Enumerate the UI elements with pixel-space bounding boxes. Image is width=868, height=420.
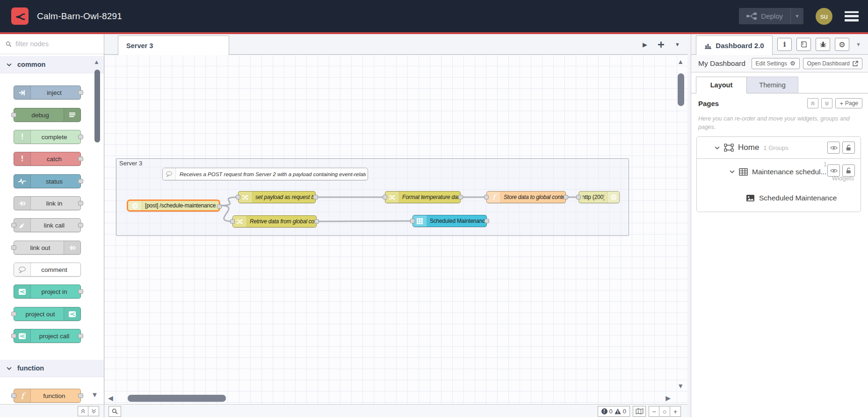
canvas-vertical-scrollbar[interactable] <box>678 73 684 106</box>
chevron-down-icon[interactable] <box>715 146 720 149</box>
output-port[interactable] <box>78 179 83 184</box>
search-flows-button[interactable] <box>108 406 121 417</box>
notifications-toggle[interactable]: ! 0 0 <box>598 406 630 417</box>
config-tab-button[interactable]: ⚙ <box>835 38 849 51</box>
tree-row-group-maintenance[interactable]: Maintenance schedul... 1 Widgets <box>697 159 861 185</box>
output-port[interactable] <box>314 219 319 224</box>
add-flow-button[interactable] <box>658 41 665 48</box>
canvas-scroll-up-arrow[interactable]: ▲ <box>677 58 684 65</box>
palette-filter-input[interactable] <box>15 40 86 48</box>
tab-layout[interactable]: Layout <box>696 77 747 93</box>
change-node-retrive-data[interactable]: Retrive data from global context <box>232 215 317 228</box>
comment-node[interactable]: Receives a POST request from Server 2 wi… <box>162 168 368 180</box>
palette-node-link-out[interactable]: link out <box>14 241 81 255</box>
change-node-format-temperature[interactable]: Format temperature data. <box>385 191 461 203</box>
canvas-scroll-down-arrow[interactable]: ▼ <box>677 383 684 389</box>
palette-node-project-out[interactable]: project out <box>14 307 81 321</box>
main-menu-button[interactable] <box>845 11 859 21</box>
navigator-toggle-button[interactable] <box>633 406 646 417</box>
palette-scrollbar[interactable] <box>94 70 100 142</box>
palette-filter[interactable] <box>0 34 104 54</box>
open-dashboard-button[interactable]: Open Dashboard <box>803 58 862 69</box>
collapse-all-categories-button[interactable] <box>78 406 88 416</box>
output-port[interactable] <box>78 334 83 338</box>
sidebar-resize-handle[interactable] <box>687 34 691 417</box>
input-port[interactable] <box>484 195 489 199</box>
input-port[interactable] <box>11 334 16 338</box>
expand-all-categories-button[interactable] <box>88 406 99 416</box>
palette-node-project-call[interactable]: project call <box>14 329 81 343</box>
tab-theming[interactable]: Theming <box>747 77 798 93</box>
palette-category-function[interactable]: function <box>0 360 104 377</box>
input-port[interactable] <box>11 312 16 316</box>
palette-node-catch[interactable]: ! catch <box>14 152 81 166</box>
zoom-reset-button[interactable]: ○ <box>659 406 670 417</box>
output-port[interactable] <box>458 195 463 199</box>
output-port[interactable] <box>564 195 568 199</box>
change-node-set-payload[interactable]: set payload as request body <box>238 191 316 203</box>
input-port[interactable] <box>236 195 240 199</box>
palette-node-comment[interactable]: comment <box>14 263 81 277</box>
output-port[interactable] <box>485 219 489 223</box>
palette-node-project-in[interactable]: project in <box>14 285 81 299</box>
zoom-out-button[interactable]: − <box>649 406 659 417</box>
input-port[interactable] <box>11 393 16 398</box>
tree-row-page-home[interactable]: Home 1 Groups <box>697 137 861 159</box>
palette-node-debug[interactable]: debug <box>14 108 81 122</box>
tab-menu-caret[interactable]: ▼ <box>675 42 680 47</box>
output-port[interactable] <box>78 223 83 228</box>
unlock-toggle-button[interactable] <box>842 164 855 177</box>
palette-node-inject[interactable]: inject <box>14 85 81 100</box>
flow-canvas[interactable]: Server 3 Receives a POST request from Se… <box>104 55 687 404</box>
tree-row-widget-scheduled-maintenance[interactable]: Scheduled Maintenance <box>697 185 861 212</box>
flow-tab-server-3[interactable]: Server 3 <box>118 36 229 55</box>
info-tab-button[interactable]: i <box>777 38 792 51</box>
sidebar-tab-dashboard[interactable]: Dashboard 2.0 <box>696 36 773 55</box>
http-in-node[interactable]: [post] /schedule-maintenance <box>127 199 220 212</box>
canvas-horizontal-scrollbar[interactable] <box>128 395 226 402</box>
deploy-options-caret[interactable]: ▼ <box>790 8 803 24</box>
output-port[interactable] <box>78 393 83 398</box>
input-port[interactable] <box>410 219 415 223</box>
input-port[interactable] <box>11 113 16 117</box>
palette-scroll-down-arrow[interactable]: ▼ <box>91 391 98 399</box>
collapse-all-button[interactable] <box>807 98 818 108</box>
input-port[interactable] <box>576 195 581 199</box>
palette-node-status[interactable]: status <box>14 174 81 188</box>
output-port[interactable] <box>78 135 83 139</box>
output-port[interactable] <box>217 204 222 209</box>
help-tab-button[interactable] <box>796 38 811 51</box>
palette-node-complete[interactable]: ! complete <box>14 130 81 144</box>
user-avatar[interactable]: su <box>816 8 832 25</box>
palette-node-link-in[interactable]: link in <box>14 196 81 210</box>
input-port[interactable] <box>230 219 235 224</box>
output-port[interactable] <box>78 201 83 206</box>
palette-node-link-call[interactable]: link call <box>14 218 81 232</box>
debug-tab-button[interactable] <box>816 38 830 51</box>
input-port[interactable] <box>383 195 387 199</box>
chevron-down-icon[interactable] <box>730 170 735 173</box>
deploy-button[interactable]: Deploy ▼ <box>739 8 803 24</box>
visibility-toggle-button[interactable] <box>827 164 840 177</box>
ui-table-node-scheduled-maintenance[interactable]: Scheduled Maintenance <box>412 215 487 227</box>
output-port[interactable] <box>313 195 318 199</box>
sidebar-menu-caret[interactable]: ▼ <box>856 42 861 47</box>
canvas-scroll-left-arrow[interactable]: ◀ <box>108 395 113 401</box>
palette-category-common[interactable]: common <box>0 56 104 73</box>
zoom-in-button[interactable]: + <box>670 406 681 417</box>
http-response-node[interactable]: http (200) <box>579 191 620 203</box>
palette-scroll-up-arrow[interactable]: ▲ <box>94 58 100 65</box>
canvas-scroll-right-arrow[interactable]: ▶ <box>665 395 671 401</box>
input-port[interactable] <box>11 245 16 250</box>
visibility-toggle-button[interactable] <box>827 142 840 154</box>
input-port[interactable] <box>11 223 16 228</box>
output-port[interactable] <box>78 90 83 95</box>
unlock-toggle-button[interactable] <box>842 142 855 154</box>
output-port[interactable] <box>78 289 83 294</box>
palette-node-function[interactable]: f function <box>14 389 81 403</box>
tab-list-button[interactable]: ▶ <box>643 41 647 48</box>
expand-all-button[interactable] <box>821 98 832 108</box>
function-node-store-data[interactable]: f Store data to global context <box>486 191 566 203</box>
output-port[interactable] <box>78 157 83 161</box>
edit-settings-button[interactable]: Edit Settings ⚙ <box>752 58 800 69</box>
